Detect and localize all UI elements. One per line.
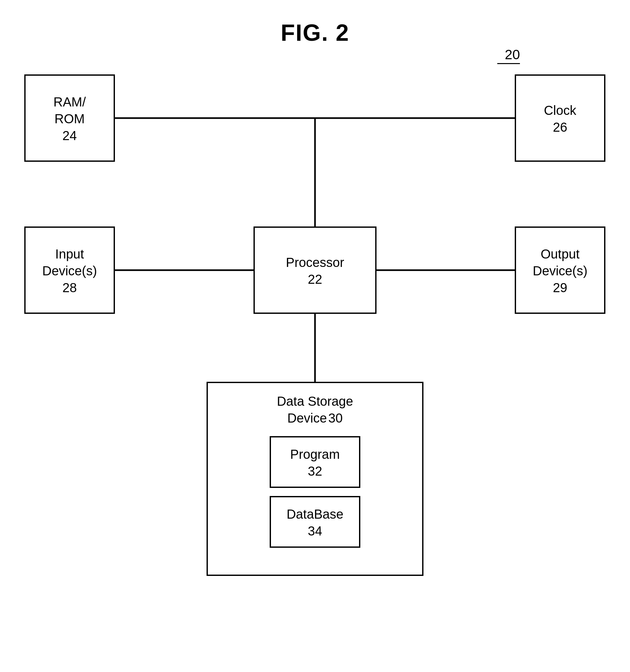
processor-box: Processor 22 [254, 226, 376, 314]
ref-number-20: 20 [505, 47, 520, 63]
diagram-container: FIG. 2 20 RAM/ROM 24 Clock 26 [0, 0, 630, 672]
output-device-label: OutputDevice(s) [533, 245, 588, 279]
program-number: 32 [308, 464, 323, 479]
database-number: 34 [308, 524, 323, 538]
input-device-box: InputDevice(s) 28 [24, 226, 115, 314]
clock-box: Clock 26 [515, 74, 605, 162]
ram-rom-number: 24 [63, 128, 77, 143]
output-device-number: 29 [553, 281, 567, 295]
clock-number: 26 [553, 120, 567, 135]
database-label: DataBase [286, 506, 344, 523]
output-device-box: OutputDevice(s) 29 [515, 226, 605, 314]
ref-underline [497, 63, 520, 64]
data-storage-box: Data StorageDevice 30 Program 32 DataBas… [207, 382, 423, 576]
input-device-number: 28 [63, 281, 77, 295]
processor-number: 22 [308, 272, 323, 287]
clock-label: Clock [544, 102, 576, 119]
figure-title: FIG. 2 [281, 19, 349, 46]
ram-rom-label: RAM/ROM [53, 94, 86, 127]
database-box: DataBase 34 [270, 496, 360, 548]
processor-label: Processor [286, 254, 344, 271]
input-device-label: InputDevice(s) [42, 245, 97, 279]
data-storage-number: 30 [328, 411, 343, 425]
ram-rom-box: RAM/ROM 24 [24, 74, 115, 162]
program-box: Program 32 [270, 436, 360, 488]
program-label: Program [290, 446, 340, 463]
